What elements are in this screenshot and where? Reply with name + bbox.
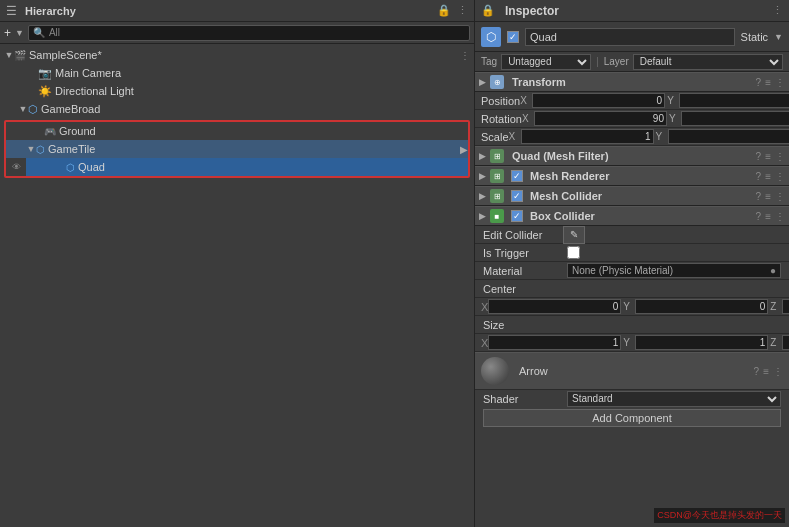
- am-settings-icon[interactable]: ≡: [763, 366, 769, 377]
- position-x-input[interactable]: [532, 93, 665, 108]
- active-checkbox[interactable]: ✓: [507, 31, 519, 43]
- shader-select[interactable]: Standard: [567, 391, 781, 407]
- tag-layer-row: Tag Untagged | Layer Default: [475, 52, 789, 72]
- scale-x-input[interactable]: [521, 129, 654, 144]
- rotation-x-input[interactable]: [534, 111, 667, 126]
- transform-header[interactable]: ▶ ⊕ Transform ? ≡ ⋮: [475, 72, 789, 92]
- object-name-field[interactable]: [525, 28, 735, 46]
- layer-label: Layer: [604, 56, 629, 67]
- tag-select[interactable]: Untagged: [501, 54, 591, 70]
- arrow-material-name: Arrow: [519, 365, 750, 377]
- bc-settings-icon[interactable]: ≡: [765, 211, 771, 222]
- mf-help-icon[interactable]: ?: [756, 151, 762, 162]
- hierarchy-item-gametile[interactable]: ▼ ⬡ GameTile ▶: [6, 140, 468, 158]
- edit-icon: ✎: [570, 229, 578, 240]
- mc-help-icon[interactable]: ?: [756, 191, 762, 202]
- is-trigger-checkbox[interactable]: [567, 246, 580, 259]
- am-help-icon[interactable]: ?: [754, 366, 760, 377]
- y-label: Y: [667, 95, 677, 106]
- box-collider-checkbox[interactable]: ✓: [511, 210, 523, 222]
- mc-dots-icon[interactable]: ⋮: [775, 191, 785, 202]
- mf-dots-icon[interactable]: ⋮: [775, 151, 785, 162]
- hierarchy-item-gamebroad[interactable]: ▼ ⬡ GameBroad: [0, 100, 474, 118]
- transform-dots-icon[interactable]: ⋮: [775, 77, 785, 88]
- position-y-field: Y: [667, 93, 789, 108]
- cy-label: Y: [623, 301, 633, 312]
- static-dropdown-arrow[interactable]: ▼: [774, 32, 783, 42]
- inspector-header: 🔒 Inspector ⋮: [475, 0, 789, 22]
- inspector-panel-icons: ⋮: [772, 4, 783, 17]
- mesh-filter-header[interactable]: ▶ ⊞ Quad (Mesh Filter) ? ≡ ⋮: [475, 146, 789, 166]
- mf-settings-icon[interactable]: ≡: [765, 151, 771, 162]
- edit-collider-button[interactable]: ✎: [563, 226, 585, 244]
- rotation-y-input[interactable]: [681, 111, 789, 126]
- more-icon[interactable]: ⋮: [457, 4, 468, 17]
- size-y-input[interactable]: [635, 335, 768, 350]
- position-y-input[interactable]: [679, 93, 789, 108]
- dropdown-arrow: ▼: [15, 28, 24, 38]
- sz2-label: Z: [770, 337, 780, 348]
- watermark: CSDN@今天也是掉头发的一天: [654, 508, 785, 523]
- size-label: Size: [483, 319, 563, 331]
- object-icon: ⬡: [481, 27, 501, 47]
- search-icon: 🔍: [33, 27, 45, 38]
- hierarchy-item-main-camera[interactable]: 📷 Main Camera: [0, 64, 474, 82]
- search-box[interactable]: 🔍 All: [28, 25, 470, 41]
- scene-label: SampleScene*: [29, 49, 102, 61]
- mesh-renderer-header[interactable]: ▶ ⊞ ✓ Mesh Renderer ? ≡ ⋮: [475, 166, 789, 186]
- scale-label: Scale: [481, 131, 509, 143]
- inspector-more-icon[interactable]: ⋮: [772, 4, 783, 17]
- static-label: Static: [741, 31, 769, 43]
- scale-xyz: X Y Z: [509, 129, 789, 144]
- mc-settings-icon[interactable]: ≡: [765, 191, 771, 202]
- add-component-row: Add Component: [475, 407, 789, 429]
- sy2-label: Y: [623, 337, 633, 348]
- mesh-renderer-arrow: ▶: [479, 171, 486, 181]
- box-collider-header[interactable]: ▶ ■ ✓ Box Collider ? ≡ ⋮: [475, 206, 789, 226]
- size-x-input[interactable]: [488, 335, 621, 350]
- mr-settings-icon[interactable]: ≡: [765, 171, 771, 182]
- mesh-collider-header[interactable]: ▶ ⊞ ✓ Mesh Collider ? ≡ ⋮: [475, 186, 789, 206]
- mesh-renderer-title: Mesh Renderer: [530, 170, 609, 182]
- size-x-prefix: X: [481, 337, 488, 349]
- mesh-collider-checkbox[interactable]: ✓: [511, 190, 523, 202]
- add-button[interactable]: +: [4, 26, 11, 40]
- x-label: X: [520, 95, 530, 106]
- hierarchy-toolbar: + ▼ 🔍 All: [0, 22, 474, 44]
- hierarchy-item-ground[interactable]: 🎮 Ground: [6, 122, 468, 140]
- help-icon[interactable]: ?: [756, 77, 762, 88]
- center-z-input[interactable]: [782, 299, 789, 314]
- quad-icon: ⬡: [66, 162, 75, 173]
- mr-help-icon[interactable]: ?: [756, 171, 762, 182]
- material-value: None (Physic Material): [572, 265, 673, 276]
- cz-label: Z: [770, 301, 780, 312]
- layer-select[interactable]: Default: [633, 54, 783, 70]
- visibility-icon: 👁: [12, 162, 21, 172]
- lock-icon[interactable]: 🔒: [437, 4, 451, 17]
- hierarchy-item-directional-light[interactable]: ☀️ Directional Light: [0, 82, 474, 100]
- hierarchy-item-scene[interactable]: ▼ 🎬 SampleScene* ⋮: [0, 46, 474, 64]
- mesh-filter-icon: ⊞: [490, 149, 504, 163]
- hierarchy-item-quad[interactable]: ⬡ Quad: [26, 158, 468, 176]
- center-x-prefix: X: [481, 301, 488, 313]
- add-component-button[interactable]: Add Component: [483, 409, 781, 427]
- center-xyz: Y Z: [488, 299, 789, 314]
- search-placeholder: All: [49, 27, 60, 38]
- am-dots-icon[interactable]: ⋮: [773, 366, 783, 377]
- bc-dots-icon[interactable]: ⋮: [775, 211, 785, 222]
- scale-y-input[interactable]: [668, 129, 789, 144]
- bc-help-icon[interactable]: ?: [756, 211, 762, 222]
- inspector-object-row: ⬡ ✓ Static ▼: [475, 22, 789, 52]
- material-field[interactable]: None (Physic Material) ●: [567, 263, 781, 278]
- center-y-input[interactable]: [635, 299, 768, 314]
- center-z-field: Z: [770, 299, 789, 314]
- mr-dots-icon[interactable]: ⋮: [775, 171, 785, 182]
- settings-icon[interactable]: ≡: [765, 77, 771, 88]
- center-x-input[interactable]: [488, 299, 621, 314]
- size-z-input[interactable]: [782, 335, 789, 350]
- material-label: Material: [483, 265, 563, 277]
- scene-dots-icon[interactable]: ⋮: [460, 50, 470, 61]
- mesh-renderer-checkbox[interactable]: ✓: [511, 170, 523, 182]
- size-y-field: Y: [623, 335, 768, 350]
- inspector-lock-icon[interactable]: 🔒: [481, 4, 495, 17]
